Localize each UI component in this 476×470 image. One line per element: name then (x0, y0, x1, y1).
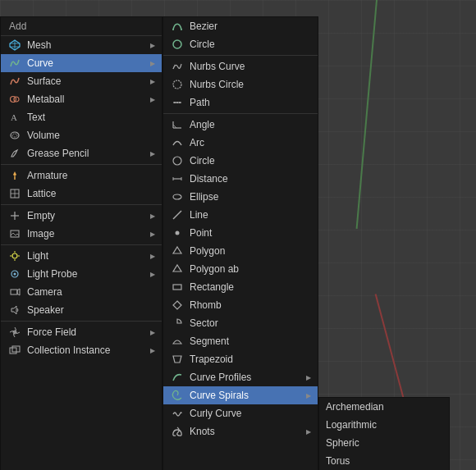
archemedian-label: Archemedian (326, 401, 442, 413)
svg-point-47 (176, 231, 180, 235)
torus-label: Torus (326, 455, 442, 467)
armature-label: Armature (27, 170, 155, 181)
submenu-rhomb[interactable]: Rhomb (163, 296, 318, 314)
text-icon: A (7, 110, 22, 125)
menu-item-curve[interactable]: Curve ▶ (1, 54, 162, 72)
nurbscurve-label: Nurbs Curve (190, 61, 311, 72)
light-arrow: ▶ (150, 253, 155, 260)
volume-icon (7, 128, 22, 143)
menu-item-surface[interactable]: Surface ▶ (1, 72, 162, 90)
menu-item-forcefield[interactable]: Force Field ▶ (1, 323, 162, 341)
arc-label: Arc (190, 137, 311, 148)
metaball-icon (7, 92, 22, 107)
arc-icon (170, 135, 185, 150)
lightprobe-icon (7, 267, 22, 281)
submenu-spirals[interactable]: Curve Spirals ▶ (163, 386, 318, 404)
add-menu: Add Mesh ▶ Curve ▶ Surface ▶ (0, 16, 162, 470)
curve-icon (7, 56, 22, 71)
submenu-arc[interactable]: Arc (163, 134, 318, 152)
svg-point-36 (174, 102, 176, 103)
submenu-rectangle[interactable]: Rectangle (163, 278, 318, 296)
svg-point-8 (12, 134, 17, 137)
submenu-bezier[interactable]: Bezier (163, 17, 318, 35)
menu-item-armature[interactable]: Armature (1, 167, 162, 185)
metaball-arrow: ▶ (150, 96, 155, 103)
submenu-sector[interactable]: Sector (163, 314, 318, 332)
submenu-line[interactable]: Line (163, 206, 318, 224)
volume-label: Volume (27, 130, 155, 141)
menu-item-camera[interactable]: Camera (1, 283, 162, 301)
submenu-polygonab[interactable]: Polygon ab (163, 260, 318, 278)
forcefield-icon (7, 325, 22, 340)
submenu-ellipse[interactable]: Ellipse (163, 188, 318, 206)
menu-item-image[interactable]: Image ▶ (1, 225, 162, 243)
light-label: Light (27, 250, 147, 262)
knots-arrow: ▶ (306, 428, 311, 436)
divider-4 (1, 321, 162, 322)
profiles-label: Curve Profiles (190, 372, 306, 383)
submenu-angle[interactable]: Angle (163, 116, 318, 134)
menu-item-text[interactable]: A Text (1, 108, 162, 126)
armature-icon (7, 168, 22, 183)
menu-item-lattice[interactable]: Lattice (1, 185, 162, 203)
submenu-nurbscurve[interactable]: Nurbs Curve (163, 57, 318, 75)
submenu-knots[interactable]: Knots ▶ (163, 422, 318, 440)
submenu-distance[interactable]: Distance (163, 170, 318, 188)
menu-item-lightprobe[interactable]: Light Probe ▶ (1, 265, 162, 283)
submenu-circle2[interactable]: Circle (163, 152, 318, 170)
angle-icon (170, 117, 185, 132)
rhomb-label: Rhomb (190, 299, 311, 311)
rhomb-icon (170, 298, 185, 313)
submenu-profiles[interactable]: Curve Profiles ▶ (163, 368, 318, 386)
profiles-icon (170, 370, 185, 385)
svg-point-34 (173, 80, 181, 89)
submenu-segment[interactable]: Segment (163, 332, 318, 350)
segment-label: Segment (190, 335, 311, 347)
submenu-archemedian[interactable]: Archemedian (319, 398, 449, 416)
profiles-arrow: ▶ (306, 374, 311, 381)
sector-icon (170, 316, 185, 331)
distance-label: Distance (190, 173, 311, 185)
submenu-torus[interactable]: Torus (319, 452, 449, 470)
collection-icon (7, 343, 22, 358)
submenu-trapezoid[interactable]: Trapezoid (163, 350, 318, 368)
svg-point-31 (181, 29, 182, 30)
submenu-point[interactable]: Point (163, 224, 318, 242)
nurbscurve-icon (170, 59, 185, 74)
text-label: Text (27, 112, 155, 123)
divider-3 (1, 244, 162, 245)
nurbscircle-icon (170, 77, 185, 92)
submenu-path[interactable]: Path (163, 94, 318, 112)
collection-label: Collection Instance (27, 345, 147, 356)
submenu-logarithmic[interactable]: Logarithmic (319, 416, 449, 434)
menu-item-mesh[interactable]: Mesh ▶ (1, 36, 162, 54)
submenu-curlycurve[interactable]: Curly Curve (163, 404, 318, 422)
menu-item-light[interactable]: Light ▶ (1, 247, 162, 265)
submenu-polygon[interactable]: Polygon (163, 242, 318, 260)
svg-marker-48 (173, 247, 181, 253)
image-icon (7, 226, 22, 241)
menu-item-metaball[interactable]: Metaball ▶ (1, 90, 162, 108)
menu-item-empty[interactable]: Empty ▶ (1, 207, 162, 225)
menu-item-grease[interactable]: Grease Pencil ▶ (1, 144, 162, 162)
line-icon (170, 208, 185, 222)
menu-item-collection[interactable]: Collection Instance ▶ (1, 341, 162, 359)
bezier-icon (170, 19, 185, 34)
nurbscircle-label: Nurbs Circle (190, 79, 311, 90)
svg-point-7 (11, 132, 19, 139)
menu-item-speaker[interactable]: Speaker (1, 301, 162, 319)
spirals-submenu: Archemedian Logarithmic Spheric Torus (318, 397, 450, 470)
svg-marker-25 (17, 289, 20, 295)
spirals-label: Curve Spirals (190, 390, 306, 401)
collection-arrow: ▶ (150, 347, 155, 354)
submenu-circle[interactable]: Circle (163, 35, 318, 53)
menu-item-volume[interactable]: Volume (1, 126, 162, 144)
camera-label: Camera (27, 286, 155, 298)
submenu-nurbscircle[interactable]: Nurbs Circle (163, 75, 318, 94)
submenu-spheric[interactable]: Spheric (319, 434, 449, 452)
polygon-icon (170, 244, 185, 258)
bezier-label: Bezier (190, 21, 311, 32)
svg-marker-49 (173, 265, 181, 272)
logarithmic-label: Logarithmic (326, 419, 442, 431)
empty-label: Empty (27, 210, 147, 221)
